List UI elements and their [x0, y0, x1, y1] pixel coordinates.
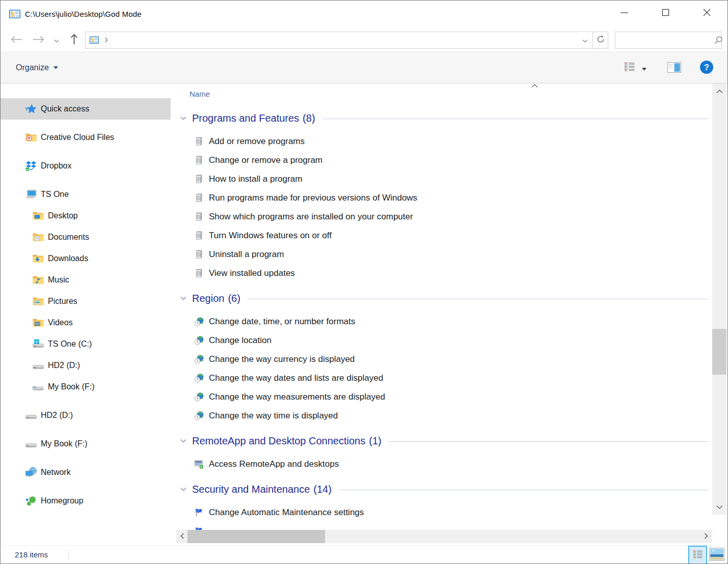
sidebar-item-label: Documents — [48, 233, 89, 242]
sidebar-item-hd2-d[interactable]: HD2 (D:) — [1, 355, 171, 376]
breadcrumb-chevron-icon[interactable] — [104, 36, 108, 45]
change-view-button[interactable] — [623, 62, 636, 74]
group-header-security-and-maintenance[interactable]: Security and Maintenance(14) — [176, 481, 712, 498]
chevron-down-icon[interactable] — [180, 296, 187, 301]
group-rule — [339, 490, 709, 490]
minimize-button[interactable] — [604, 1, 645, 26]
column-header-name[interactable]: Name — [190, 87, 251, 100]
change-view-dropdown[interactable] — [640, 66, 648, 71]
organize-button[interactable]: Organize — [16, 61, 58, 75]
list-item-change-the-way-currency-is-displayed[interactable]: Change the way currency is displayed — [176, 350, 712, 369]
sidebar-item-label: Downloads — [48, 254, 88, 263]
list-item-change-the-way-measurements-are-displayed[interactable]: Change the way measurements are displaye… — [176, 387, 712, 406]
chevron-down-icon — [582, 36, 588, 45]
list-item-run-programs-made-for-previous-versions-of-windows[interactable]: Run programs made for previous versions … — [176, 188, 712, 207]
sidebar-item-music[interactable]: Music — [1, 269, 171, 291]
list-item-view-installed-updates[interactable]: View installed updates — [176, 264, 712, 283]
group-count: (8) — [303, 112, 315, 124]
drive-icon — [25, 409, 37, 421]
navigation-pane: Quick accessCreative Cloud FilesDropboxT… — [1, 83, 176, 545]
scroll-left-button[interactable] — [177, 530, 187, 543]
group-rule — [322, 119, 709, 119]
sidebar-item-my-book-f[interactable]: My Book (F:) — [1, 376, 171, 398]
vertical-scrollbar-thumb[interactable] — [712, 329, 726, 375]
organize-label: Organize — [16, 63, 49, 72]
group-header-programs-and-features[interactable]: Programs and Features(8) — [176, 109, 712, 127]
group-header-region[interactable]: Region(6) — [176, 290, 712, 307]
sidebar-item-my-book-f[interactable]: My Book (F:) — [1, 433, 171, 455]
list-item-change-date-time-or-number-formats[interactable]: Change date, time, or number formats — [176, 312, 712, 331]
back-button[interactable] — [9, 33, 24, 47]
group-title: Security and Maintenance — [192, 484, 310, 495]
videos-folder-icon — [32, 317, 44, 329]
drive-icon — [32, 359, 44, 372]
network-icon — [25, 466, 37, 478]
close-button[interactable] — [686, 1, 727, 26]
region-icon — [194, 392, 204, 402]
chevron-down-icon[interactable] — [180, 487, 187, 492]
sidebar-item-label: Music — [48, 275, 69, 285]
list-item-change-or-remove-a-program[interactable]: Change or remove a program — [176, 151, 712, 170]
sidebar-item-network[interactable]: Network — [1, 462, 171, 483]
list-item-how-to-install-a-program[interactable]: How to install a program — [176, 170, 712, 188]
help-button[interactable]: ? — [699, 61, 714, 75]
sidebar-item-hd2-d[interactable]: HD2 (D:) — [1, 405, 171, 426]
program-icon — [194, 231, 204, 241]
list-item-add-or-remove-programs[interactable]: Add or remove programs — [176, 132, 712, 151]
horizontal-scrollbar-thumb[interactable] — [187, 530, 325, 543]
remoteapp-icon — [194, 459, 204, 469]
group-header-remoteapp-and-desktop-connections[interactable]: RemoteApp and Desktop Connections(1) — [176, 432, 712, 449]
details-view-button[interactable] — [688, 546, 707, 564]
minimize-icon — [620, 8, 629, 19]
documents-folder-icon — [32, 231, 44, 243]
sidebar-item-creative-cloud-files[interactable]: Creative Cloud Files — [1, 127, 171, 148]
list-item-turn-windows-features-on-or-off[interactable]: Turn Windows features on or off — [176, 226, 712, 245]
chevron-down-icon[interactable] — [180, 116, 187, 121]
scroll-right-button[interactable] — [701, 530, 711, 543]
list-item-show-which-programs-are-installed-on-your-computer[interactable]: Show which programs are installed on you… — [176, 207, 712, 226]
sidebar-item-pictures[interactable]: Pictures — [1, 291, 171, 312]
list-item-change-automatic-maintenance-settings[interactable]: Change Automatic Maintenance settings — [176, 503, 712, 522]
horizontal-scrollbar[interactable] — [176, 530, 712, 543]
list-item-access-remoteapp-and-desktops[interactable]: Access RemoteApp and desktops — [176, 455, 712, 473]
scroll-up-button[interactable] — [712, 86, 726, 97]
sidebar-item-videos[interactable]: Videos — [1, 312, 171, 333]
sidebar-item-label: My Book (F:) — [48, 382, 95, 391]
preview-pane-button[interactable] — [667, 63, 681, 74]
sidebar-item-ts-one[interactable]: TS One — [1, 184, 171, 205]
maximize-icon — [661, 8, 670, 19]
list-item-change-the-way-time-is-displayed[interactable]: Change the way time is displayed — [176, 406, 712, 425]
list-item-uninstall-a-program[interactable]: Uninstall a program — [176, 245, 712, 264]
sidebar-item-quick-access[interactable]: Quick access — [1, 98, 171, 120]
control-panel-icon — [89, 35, 99, 45]
sidebar-item-label: TS One (C:) — [48, 340, 92, 349]
navigation-bar — [1, 29, 727, 51]
chevron-up-icon — [716, 87, 723, 96]
sidebar-item-ts-one-c[interactable]: TS One (C:) — [1, 333, 171, 355]
thumbnail-view-button[interactable] — [708, 546, 725, 564]
sidebar-item-homegroup[interactable]: Homegroup — [1, 490, 171, 512]
list-item-change-location[interactable]: Change location — [176, 331, 712, 350]
chevron-down-icon[interactable] — [180, 439, 187, 443]
up-button[interactable] — [67, 32, 81, 48]
refresh-button[interactable] — [592, 32, 608, 48]
sidebar-item-dropbox[interactable]: Dropbox — [1, 155, 171, 177]
recent-locations-button[interactable] — [51, 35, 62, 45]
program-icon — [194, 193, 204, 203]
maximize-button[interactable] — [645, 1, 686, 26]
scroll-down-button[interactable] — [712, 501, 726, 513]
dropbox-icon — [25, 160, 37, 172]
search-input[interactable] — [619, 33, 714, 48]
list-item-change-the-way-dates-and-lists-are-displayed[interactable]: Change the way dates and lists are displ… — [176, 369, 712, 387]
sidebar-item-downloads[interactable]: Downloads — [1, 248, 171, 269]
program-icon — [194, 174, 204, 184]
vertical-scrollbar[interactable] — [712, 83, 726, 515]
list-item-label: Change date, time, or number formats — [209, 317, 355, 327]
sidebar-item-documents[interactable]: Documents — [1, 227, 171, 248]
group-list: Programs and Features(8)Add or remove pr… — [176, 109, 712, 541]
forward-button[interactable] — [31, 33, 46, 47]
sidebar-item-desktop[interactable]: Desktop — [1, 205, 171, 227]
address-dropdown-button[interactable] — [577, 32, 592, 48]
search-box[interactable] — [615, 32, 722, 49]
address-bar[interactable] — [85, 32, 608, 49]
